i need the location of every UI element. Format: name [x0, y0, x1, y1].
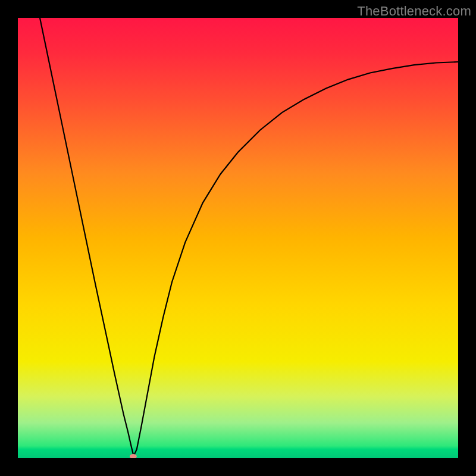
- gradient-background: [18, 18, 458, 458]
- watermark-text: TheBottleneck.com: [357, 4, 471, 19]
- chart-frame: [18, 18, 458, 458]
- chart-plot: [18, 18, 458, 458]
